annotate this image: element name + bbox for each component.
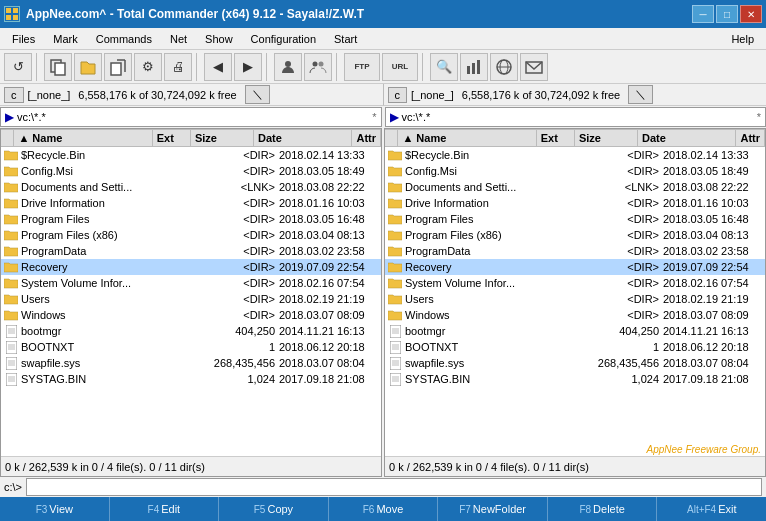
list-item[interactable]: Windows<DIR>2018.03.07 08:09-a- bbox=[385, 307, 765, 323]
file-name: ProgramData bbox=[21, 245, 169, 257]
list-item[interactable]: $Recycle.Bin<DIR>2018.02.14 13:33-hs bbox=[385, 147, 765, 163]
svg-rect-40 bbox=[390, 341, 401, 354]
file-size: <DIR> bbox=[591, 229, 663, 241]
left-header-attr[interactable]: Attr bbox=[352, 130, 381, 146]
right-drive-nav[interactable]: ＼ bbox=[628, 85, 653, 104]
file-icon bbox=[387, 324, 403, 338]
list-item[interactable]: System Volume Infor...<DIR>2018.02.16 07… bbox=[385, 275, 765, 291]
list-item[interactable]: swapfile.sys268,435,4562018.03.07 08:04-… bbox=[385, 355, 765, 371]
toolbar-back[interactable]: ◀ bbox=[204, 53, 232, 81]
file-name: bootmgr bbox=[405, 325, 553, 337]
left-header-ext[interactable]: Ext bbox=[153, 130, 191, 146]
toolbar-users[interactable] bbox=[304, 53, 332, 81]
list-item[interactable]: Config.Msi<DIR>2018.03.05 18:49-hs bbox=[385, 163, 765, 179]
left-header-date[interactable]: Date bbox=[254, 130, 352, 146]
toolbar-network[interactable] bbox=[490, 53, 518, 81]
list-item[interactable]: Users<DIR>2018.02.19 21:19r-- bbox=[1, 291, 381, 307]
minimize-button[interactable]: ─ bbox=[692, 5, 714, 23]
list-item[interactable]: Documents and Setti...<LNK>2018.03.08 22… bbox=[1, 179, 381, 195]
list-item[interactable]: bootmgr404,2502014.11.21 16:13rahs bbox=[385, 323, 765, 339]
list-item[interactable]: ProgramData<DIR>2018.03.02 23:58— bbox=[1, 243, 381, 259]
list-item[interactable]: SYSTAG.BIN1,0242017.09.18 21:08-ah- bbox=[1, 371, 381, 387]
list-item[interactable]: Drive Information<DIR>2018.01.16 10:03-h… bbox=[1, 195, 381, 211]
list-item[interactable]: Documents and Setti...<LNK>2018.03.08 22… bbox=[385, 179, 765, 195]
toolbar-copy-panel[interactable] bbox=[44, 53, 72, 81]
right-header-attr[interactable]: Attr bbox=[736, 130, 765, 146]
right-header-size[interactable]: Size bbox=[575, 130, 638, 146]
list-item[interactable]: swapfile.sys268,435,4562018.03.07 08:04-… bbox=[1, 355, 381, 371]
list-item[interactable]: Program Files (x86)<DIR>2018.03.04 08:13… bbox=[1, 227, 381, 243]
left-col-header: ▲ Name Ext Size Date Attr bbox=[1, 129, 381, 147]
toolbar-search[interactable]: 🔍 bbox=[430, 53, 458, 81]
toolbar-email[interactable] bbox=[520, 53, 548, 81]
left-drive-selector[interactable]: c bbox=[4, 87, 24, 103]
menu-start[interactable]: Start bbox=[326, 31, 365, 47]
list-item[interactable]: Program Files (x86)<DIR>2018.03.04 08:13… bbox=[385, 227, 765, 243]
right-path-text: vc:\*.* bbox=[402, 111, 753, 123]
file-date: 2018.03.02 23:58 bbox=[279, 245, 381, 257]
svg-point-12 bbox=[319, 61, 324, 66]
toolbar-copy-file[interactable] bbox=[104, 53, 132, 81]
right-header-name[interactable]: ▲ Name bbox=[398, 130, 536, 146]
left-header-size[interactable]: Size bbox=[191, 130, 254, 146]
svg-rect-4 bbox=[13, 15, 18, 20]
toolbar-url[interactable]: URL bbox=[382, 53, 418, 81]
func-f4-edit[interactable]: F4 Edit bbox=[110, 497, 220, 521]
menu-commands[interactable]: Commands bbox=[88, 31, 160, 47]
toolbar-graph[interactable] bbox=[460, 53, 488, 81]
list-item[interactable]: Recovery<DIR>2019.07.09 22:54-hs bbox=[385, 259, 765, 275]
list-item[interactable]: System Volume Infor...<DIR>2018.02.16 07… bbox=[1, 275, 381, 291]
close-button[interactable]: ✕ bbox=[740, 5, 762, 23]
menu-files[interactable]: Files bbox=[4, 31, 43, 47]
menu-mark[interactable]: Mark bbox=[45, 31, 85, 47]
right-header-date[interactable]: Date bbox=[638, 130, 736, 146]
left-drive-nav[interactable]: ＼ bbox=[245, 85, 270, 104]
list-item[interactable]: SYSTAG.BIN1,0242017.09.18 21:08-ah- bbox=[385, 371, 765, 387]
menu-help[interactable]: Help bbox=[723, 31, 762, 47]
file-name: Documents and Setti... bbox=[405, 181, 553, 193]
func-f6-move[interactable]: F6 Move bbox=[329, 497, 439, 521]
cmd-input[interactable] bbox=[26, 478, 762, 496]
toolbar-refresh[interactable]: ↺ bbox=[4, 53, 32, 81]
list-item[interactable]: Program Files<DIR>2018.03.05 16:48-hs bbox=[385, 211, 765, 227]
list-item[interactable]: bootmgr404,2502014.11.21 16:13rahs bbox=[1, 323, 381, 339]
file-name: Users bbox=[21, 293, 169, 305]
list-item[interactable]: BOOTNXT12018.06.12 20:18-ahs bbox=[385, 339, 765, 355]
list-item[interactable]: Recovery<DIR>2019.07.09 22:54-hs bbox=[1, 259, 381, 275]
file-date: 2018.03.07 08:09 bbox=[279, 309, 381, 321]
list-item[interactable]: Config.Msi<DIR>2018.03.05 18:49-hs bbox=[1, 163, 381, 179]
left-header-name[interactable]: ▲ Name bbox=[14, 130, 152, 146]
folder-icon bbox=[3, 228, 19, 242]
menu-items: Files Mark Commands Net Show Configurati… bbox=[4, 31, 365, 47]
file-icon bbox=[3, 340, 19, 354]
right-header-ext[interactable]: Ext bbox=[537, 130, 575, 146]
left-file-list[interactable]: $Recycle.Bin<DIR>2018.02.14 13:33-hsConf… bbox=[1, 147, 381, 456]
menu-show[interactable]: Show bbox=[197, 31, 241, 47]
menu-configuration[interactable]: Configuration bbox=[243, 31, 324, 47]
maximize-button[interactable]: □ bbox=[716, 5, 738, 23]
toolbar-settings[interactable]: ⚙ bbox=[134, 53, 162, 81]
func-f7-newfolder[interactable]: F7 NewFolder bbox=[438, 497, 548, 521]
func-altf4-exit[interactable]: Alt+F4 Exit bbox=[657, 497, 766, 521]
list-item[interactable]: Windows<DIR>2018.03.07 08:09-a- bbox=[1, 307, 381, 323]
svg-rect-14 bbox=[472, 63, 475, 74]
func-f8-delete[interactable]: F8 Delete bbox=[548, 497, 658, 521]
right-drive-selector[interactable]: c bbox=[388, 87, 408, 103]
menu-net[interactable]: Net bbox=[162, 31, 195, 47]
toolbar-new-folder[interactable] bbox=[74, 53, 102, 81]
toolbar-ftp[interactable]: FTP bbox=[344, 53, 380, 81]
toolbar-user[interactable] bbox=[274, 53, 302, 81]
list-item[interactable]: $Recycle.Bin<DIR>2018.02.14 13:33-hs bbox=[1, 147, 381, 163]
toolbar-forward[interactable]: ▶ bbox=[234, 53, 262, 81]
list-item[interactable]: Program Files<DIR>2018.03.05 16:48-hs bbox=[1, 211, 381, 227]
file-name: Recovery bbox=[405, 261, 553, 273]
list-item[interactable]: Drive Information<DIR>2018.01.16 10:03-h… bbox=[385, 195, 765, 211]
list-item[interactable]: BOOTNXT12018.06.12 20:18-ahs bbox=[1, 339, 381, 355]
func-f3-view[interactable]: F3 View bbox=[0, 497, 110, 521]
func-f8-label: Delete bbox=[593, 503, 625, 515]
toolbar-print[interactable]: 🖨 bbox=[164, 53, 192, 81]
func-f5-copy[interactable]: F5 Copy bbox=[219, 497, 329, 521]
right-file-list[interactable]: $Recycle.Bin<DIR>2018.02.14 13:33-hsConf… bbox=[385, 147, 765, 443]
list-item[interactable]: ProgramData<DIR>2018.03.02 23:58— bbox=[385, 243, 765, 259]
list-item[interactable]: Users<DIR>2018.02.19 21:19r-- bbox=[385, 291, 765, 307]
